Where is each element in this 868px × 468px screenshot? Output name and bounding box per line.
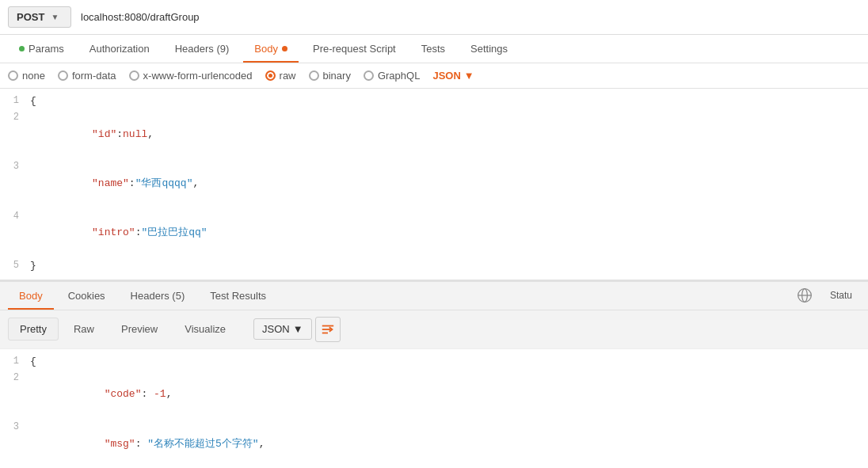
request-tabs: Params Authorization Headers (9) Body Pr… <box>0 35 868 63</box>
res-line-3: 3 "msg": "名称不能超过5个字符", <box>0 420 868 468</box>
tab-tests-label: Tests <box>421 43 445 55</box>
pretty-tab-visualize[interactable]: Visualize <box>173 318 238 341</box>
tab-headers[interactable]: Headers (9) <box>164 35 241 63</box>
res-content-1: { <box>30 354 868 371</box>
pretty-tabs-bar: Pretty Raw Preview Visualize JSON ▼ <box>0 310 868 349</box>
res-linenum-3: 3 <box>0 420 30 435</box>
radio-raw[interactable]: raw <box>265 70 296 82</box>
pretty-tab-raw[interactable]: Raw <box>62 318 106 341</box>
response-section: Body Cookies Headers (5) Test Results St… <box>0 282 868 468</box>
url-input[interactable] <box>78 8 860 26</box>
res-linenum-1: 1 <box>0 354 30 369</box>
pretty-tab-preview-label: Preview <box>121 323 158 335</box>
radio-graphql[interactable]: GraphQL <box>364 70 420 82</box>
radio-urlencoded-label: x-www-form-urlencoded <box>143 70 253 82</box>
req-content-1: { <box>30 93 868 110</box>
method-chevron: ▼ <box>51 13 59 21</box>
tab-prerequest[interactable]: Pre-request Script <box>302 35 407 63</box>
tab-headers-label: Headers (9) <box>175 43 230 55</box>
req-linenum-5: 5 <box>0 258 30 273</box>
globe-icon <box>797 287 813 303</box>
response-tab-headers[interactable]: Headers (5) <box>120 282 196 310</box>
response-right-actions: Statu <box>797 287 860 303</box>
tab-body[interactable]: Body <box>243 35 299 63</box>
json-format-chevron: ▼ <box>464 70 474 82</box>
tab-settings-label: Settings <box>470 43 508 55</box>
url-bar: POST ▼ <box>0 0 868 35</box>
response-tab-testresults[interactable]: Test Results <box>199 282 277 310</box>
radio-urlencoded-circle <box>129 70 139 81</box>
response-tab-testresults-label: Test Results <box>210 290 266 302</box>
req-line-5: 5 } <box>0 258 868 275</box>
response-format-chevron: ▼ <box>293 323 303 335</box>
req-linenum-4: 4 <box>0 209 30 224</box>
json-format-select[interactable]: JSON ▼ <box>432 70 474 82</box>
tab-body-label: Body <box>254 43 278 55</box>
response-tab-cookies[interactable]: Cookies <box>57 282 116 310</box>
pretty-tab-visualize-label: Visualize <box>185 323 226 335</box>
radio-urlencoded[interactable]: x-www-form-urlencoded <box>129 70 253 82</box>
radio-none-label: none <box>22 70 45 82</box>
res-content-2: "code": -1, <box>30 371 868 420</box>
res-linenum-2: 2 <box>0 371 30 386</box>
wrap-icon <box>321 322 335 337</box>
pretty-tab-pretty[interactable]: Pretty <box>8 318 59 341</box>
tab-prerequest-label: Pre-request Script <box>313 43 396 55</box>
radio-binary-circle <box>309 70 319 81</box>
radio-binary[interactable]: binary <box>309 70 351 82</box>
res-line-2: 2 "code": -1, <box>0 371 868 420</box>
radio-none[interactable]: none <box>8 70 45 82</box>
req-linenum-2: 2 <box>0 110 30 125</box>
radio-graphql-circle <box>364 70 374 81</box>
pretty-tab-preview[interactable]: Preview <box>109 318 169 341</box>
radio-binary-label: binary <box>323 70 351 82</box>
method-dropdown[interactable]: POST ▼ <box>8 6 71 28</box>
req-line-3: 3 "name":"华西qqqq", <box>0 159 868 208</box>
req-content-4: "intro":"巴拉巴拉qq" <box>30 209 868 258</box>
json-format-label: JSON <box>432 70 460 82</box>
request-body-editor[interactable]: 1 { 2 "id":null, 3 "name":"华西qqqq", 4 "i… <box>0 89 868 282</box>
response-format-select[interactable]: JSON ▼ <box>253 318 312 340</box>
response-body-editor[interactable]: 1 { 2 "code": -1, 3 "msg": "名称不能超过5个字符",… <box>0 349 868 468</box>
tab-params-label: Params <box>29 43 64 55</box>
method-label: POST <box>17 11 44 23</box>
req-linenum-1: 1 <box>0 93 30 108</box>
res-content-3: "msg": "名称不能超过5个字符", <box>30 420 868 468</box>
body-dot <box>282 46 287 51</box>
radio-graphql-label: GraphQL <box>378 70 420 82</box>
req-content-3: "name":"华西qqqq", <box>30 159 868 208</box>
req-linenum-3: 3 <box>0 159 30 174</box>
pretty-tab-raw-label: Raw <box>74 323 94 335</box>
tab-tests[interactable]: Tests <box>410 35 456 63</box>
response-format-label: JSON <box>262 323 290 335</box>
response-tab-body-label: Body <box>19 290 43 302</box>
response-tab-cookies-label: Cookies <box>68 290 105 302</box>
radio-raw-label: raw <box>280 70 296 82</box>
req-line-1: 1 { <box>0 93 868 110</box>
response-tab-body[interactable]: Body <box>8 282 54 310</box>
req-content-2: "id":null, <box>30 110 868 159</box>
wrap-button[interactable] <box>315 317 341 342</box>
tab-authorization-label: Authorization <box>89 43 150 55</box>
req-line-4: 4 "intro":"巴拉巴拉qq" <box>0 209 868 258</box>
req-content-5: } <box>30 258 868 275</box>
res-line-1: 1 { <box>0 354 868 371</box>
pretty-tab-pretty-label: Pretty <box>20 323 47 335</box>
body-type-bar: none form-data x-www-form-urlencoded raw… <box>0 63 868 89</box>
radio-form-data-label: form-data <box>72 70 116 82</box>
radio-form-data[interactable]: form-data <box>58 70 116 82</box>
tab-params[interactable]: Params <box>8 35 75 63</box>
tab-settings[interactable]: Settings <box>459 35 519 63</box>
radio-none-circle <box>8 70 18 81</box>
radio-form-data-circle <box>58 70 68 81</box>
radio-raw-circle <box>265 70 276 81</box>
response-tabs: Body Cookies Headers (5) Test Results St… <box>0 282 868 310</box>
req-line-2: 2 "id":null, <box>0 110 868 159</box>
params-dot <box>19 46 25 51</box>
tab-authorization[interactable]: Authorization <box>78 35 161 63</box>
status-label: Statu <box>822 290 860 301</box>
response-tab-headers-label: Headers (5) <box>131 290 185 302</box>
